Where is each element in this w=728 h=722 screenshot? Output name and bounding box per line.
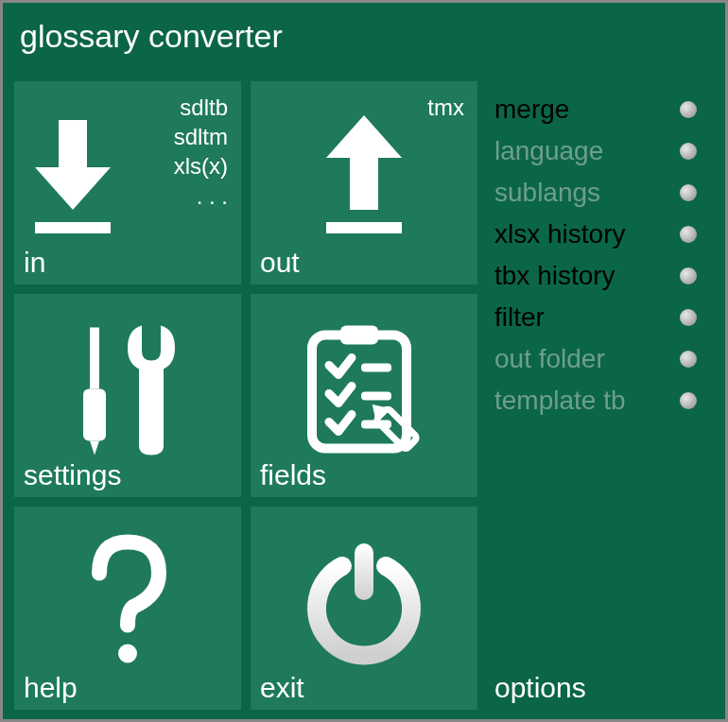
upload-icon [317, 111, 411, 243]
option-label: sublangs [494, 178, 600, 208]
option-label: merge [494, 95, 569, 125]
format-item: sdltb [174, 93, 228, 122]
option-template-tb[interactable]: template tb [487, 380, 714, 421]
option-label: tbx history [494, 261, 615, 291]
svg-rect-12 [375, 407, 418, 450]
tile-label-fields: fields [260, 459, 326, 491]
tile-label-help: help [24, 672, 78, 704]
tile-out[interactable]: tmx out [251, 81, 477, 284]
sidebar-title: options [494, 672, 586, 704]
svg-marker-6 [90, 440, 99, 455]
svg-point-14 [118, 644, 137, 662]
tile-in[interactable]: sdltb sdltm xls(x) . . . in [14, 81, 241, 284]
titlebar: glossary converter [3, 3, 725, 70]
option-tbx-history[interactable]: tbx history [487, 255, 714, 297]
option-xlsx-history[interactable]: xlsx history [487, 214, 714, 255]
svg-rect-8 [340, 325, 378, 344]
content-area: sdltb sdltm xls(x) . . . in tmx out [3, 70, 725, 721]
download-icon [26, 111, 120, 243]
tile-label-out: out [260, 247, 300, 279]
option-sublangs[interactable]: sublangs [487, 172, 714, 214]
tools-icon [61, 318, 194, 459]
radio-icon [680, 184, 697, 201]
svg-marker-2 [326, 115, 402, 210]
option-out-folder[interactable]: out folder [487, 338, 714, 380]
svg-rect-1 [35, 222, 111, 233]
checklist-icon [293, 318, 435, 459]
radio-icon [680, 267, 697, 284]
format-item: sdltm [174, 122, 228, 151]
svg-rect-3 [326, 222, 402, 233]
in-formats: sdltb sdltm xls(x) . . . [174, 93, 228, 211]
option-filter[interactable]: filter [487, 297, 714, 338]
out-format: tmx [427, 93, 464, 122]
option-language[interactable]: language [487, 130, 714, 172]
option-label: filter [494, 302, 545, 333]
question-icon [76, 530, 180, 672]
option-label: language [494, 136, 603, 166]
svg-marker-13 [366, 398, 388, 420]
radio-icon [680, 351, 697, 368]
radio-icon [680, 392, 697, 409]
options-panel: merge language sublangs xlsx history tbx… [487, 81, 714, 710]
svg-rect-10 [361, 391, 391, 400]
option-merge[interactable]: merge [487, 89, 714, 130]
radio-icon [680, 101, 697, 118]
format-item: xls(x) [174, 151, 228, 180]
tile-fields[interactable]: fields [251, 294, 477, 497]
svg-marker-0 [35, 120, 111, 210]
tile-label-in: in [24, 247, 45, 279]
app-title: glossary converter [20, 18, 283, 54]
tile-label-exit: exit [260, 672, 304, 704]
radio-icon [680, 143, 697, 160]
svg-rect-5 [83, 388, 106, 440]
tile-exit[interactable]: exit [251, 507, 477, 710]
tile-label-settings: settings [24, 459, 121, 491]
power-icon [303, 536, 425, 668]
app-window: glossary converter sdltb sdltm xls(x) . … [3, 3, 725, 719]
svg-rect-9 [361, 363, 391, 371]
svg-rect-4 [90, 327, 99, 388]
format-item: . . . [174, 181, 228, 211]
option-label: xlsx history [494, 219, 625, 249]
option-label: template tb [494, 386, 626, 416]
svg-rect-15 [355, 543, 373, 600]
radio-icon [680, 226, 697, 243]
option-label: out folder [494, 344, 605, 374]
tile-settings[interactable]: settings [14, 294, 241, 497]
tile-help[interactable]: help [14, 507, 241, 710]
radio-icon [680, 309, 697, 326]
tile-grid: sdltb sdltm xls(x) . . . in tmx out [14, 81, 477, 710]
